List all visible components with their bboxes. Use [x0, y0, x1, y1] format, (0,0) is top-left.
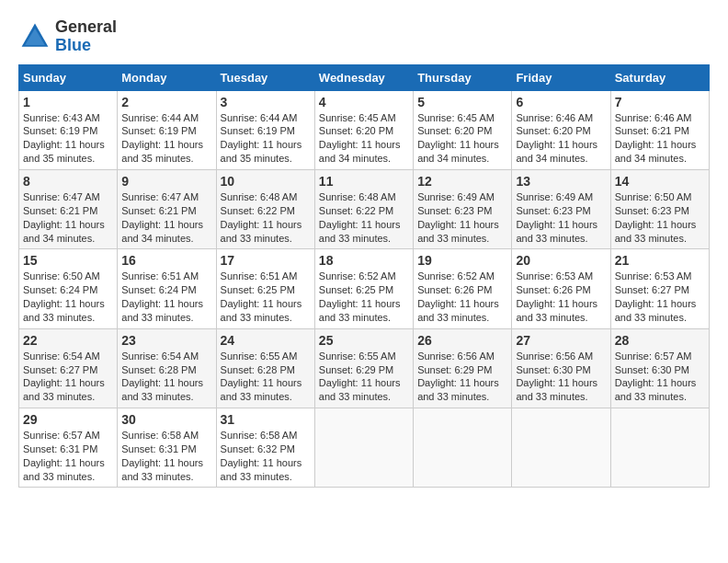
day-info: Sunrise: 6:57 AM Sunset: 6:31 PM Dayligh… — [23, 429, 113, 483]
day-info: Sunrise: 6:57 AM Sunset: 6:30 PM Dayligh… — [615, 350, 705, 404]
calendar-header-row: SundayMondayTuesdayWednesdayThursdayFrid… — [19, 64, 710, 90]
day-info: Sunrise: 6:50 AM Sunset: 6:23 PM Dayligh… — [615, 190, 705, 245]
day-header-saturday: Saturday — [610, 64, 709, 90]
day-number: 7 — [615, 95, 705, 109]
calendar-week-1: 1 Sunrise: 6:43 AM Sunset: 6:19 PM Dayli… — [19, 90, 710, 169]
day-info: Sunrise: 6:55 AM Sunset: 6:29 PM Dayligh… — [319, 350, 409, 404]
day-info: Sunrise: 6:53 AM Sunset: 6:27 PM Dayligh… — [615, 270, 705, 324]
calendar-cell: 1 Sunrise: 6:43 AM Sunset: 6:19 PM Dayli… — [19, 90, 118, 169]
calendar-cell: 15 Sunrise: 6:50 AM Sunset: 6:24 PM Dayl… — [19, 249, 118, 328]
day-info: Sunrise: 6:46 AM Sunset: 6:21 PM Dayligh… — [615, 111, 705, 166]
calendar-cell: 4 Sunrise: 6:45 AM Sunset: 6:20 PM Dayli… — [314, 90, 413, 169]
day-info: Sunrise: 6:47 AM Sunset: 6:21 PM Dayligh… — [23, 190, 113, 245]
day-info: Sunrise: 6:44 AM Sunset: 6:19 PM Dayligh… — [121, 111, 211, 166]
calendar-cell: 22 Sunrise: 6:54 AM Sunset: 6:27 PM Dayl… — [19, 328, 118, 408]
calendar-cell: 24 Sunrise: 6:55 AM Sunset: 6:28 PM Dayl… — [216, 328, 314, 408]
day-info: Sunrise: 6:56 AM Sunset: 6:30 PM Dayligh… — [516, 350, 606, 404]
logo-icon — [18, 20, 51, 53]
day-number: 3 — [221, 95, 311, 109]
day-info: Sunrise: 6:58 AM Sunset: 6:31 PM Dayligh… — [121, 429, 211, 483]
calendar-cell: 14 Sunrise: 6:50 AM Sunset: 6:23 PM Dayl… — [610, 169, 709, 248]
page-header: General Blue — [18, 18, 710, 55]
day-info: Sunrise: 6:51 AM Sunset: 6:24 PM Dayligh… — [121, 270, 211, 324]
calendar-cell: 19 Sunrise: 6:52 AM Sunset: 6:26 PM Dayl… — [414, 249, 512, 328]
day-info: Sunrise: 6:45 AM Sunset: 6:20 PM Dayligh… — [417, 111, 507, 166]
calendar-week-2: 8 Sunrise: 6:47 AM Sunset: 6:21 PM Dayli… — [19, 169, 710, 248]
calendar-cell: 12 Sunrise: 6:49 AM Sunset: 6:23 PM Dayl… — [414, 169, 512, 248]
day-number: 6 — [516, 95, 606, 109]
calendar-cell: 21 Sunrise: 6:53 AM Sunset: 6:27 PM Dayl… — [610, 249, 709, 328]
calendar-cell: 3 Sunrise: 6:44 AM Sunset: 6:19 PM Dayli… — [216, 90, 314, 169]
calendar-cell: 16 Sunrise: 6:51 AM Sunset: 6:24 PM Dayl… — [118, 249, 216, 328]
calendar-cell: 13 Sunrise: 6:49 AM Sunset: 6:23 PM Dayl… — [512, 169, 610, 248]
calendar-cell: 25 Sunrise: 6:55 AM Sunset: 6:29 PM Dayl… — [314, 328, 413, 408]
calendar-cell: 18 Sunrise: 6:52 AM Sunset: 6:25 PM Dayl… — [314, 249, 413, 328]
day-info: Sunrise: 6:58 AM Sunset: 6:32 PM Dayligh… — [221, 429, 311, 483]
day-number: 19 — [417, 253, 507, 268]
logo: General Blue — [18, 18, 117, 55]
day-info: Sunrise: 6:45 AM Sunset: 6:20 PM Dayligh… — [319, 111, 409, 166]
calendar-cell: 30 Sunrise: 6:58 AM Sunset: 6:31 PM Dayl… — [118, 408, 216, 488]
day-header-monday: Monday — [118, 64, 216, 90]
calendar-cell: 31 Sunrise: 6:58 AM Sunset: 6:32 PM Dayl… — [216, 408, 314, 488]
day-header-tuesday: Tuesday — [216, 64, 314, 90]
day-number: 1 — [23, 95, 113, 109]
day-info: Sunrise: 6:52 AM Sunset: 6:26 PM Dayligh… — [417, 270, 507, 324]
calendar-cell: 10 Sunrise: 6:48 AM Sunset: 6:22 PM Dayl… — [216, 169, 314, 248]
day-info: Sunrise: 6:49 AM Sunset: 6:23 PM Dayligh… — [417, 190, 507, 245]
day-number: 20 — [516, 253, 606, 268]
calendar-table: SundayMondayTuesdayWednesdayThursdayFrid… — [18, 64, 710, 488]
day-info: Sunrise: 6:54 AM Sunset: 6:28 PM Dayligh… — [121, 350, 211, 404]
day-info: Sunrise: 6:43 AM Sunset: 6:19 PM Dayligh… — [23, 111, 113, 166]
day-number: 31 — [221, 412, 311, 427]
day-number: 9 — [121, 174, 211, 189]
day-number: 11 — [319, 174, 409, 189]
day-info: Sunrise: 6:48 AM Sunset: 6:22 PM Dayligh… — [221, 190, 311, 245]
day-info: Sunrise: 6:56 AM Sunset: 6:29 PM Dayligh… — [417, 350, 507, 404]
calendar-cell: 17 Sunrise: 6:51 AM Sunset: 6:25 PM Dayl… — [216, 249, 314, 328]
day-header-friday: Friday — [512, 64, 610, 90]
logo-general: General — [55, 17, 117, 36]
calendar-cell: 26 Sunrise: 6:56 AM Sunset: 6:29 PM Dayl… — [414, 328, 512, 408]
day-number: 4 — [319, 95, 409, 109]
day-header-wednesday: Wednesday — [314, 64, 413, 90]
day-info: Sunrise: 6:46 AM Sunset: 6:20 PM Dayligh… — [516, 111, 606, 166]
day-number: 29 — [23, 412, 113, 427]
day-header-sunday: Sunday — [19, 64, 118, 90]
calendar-cell — [610, 408, 709, 488]
day-number: 21 — [615, 253, 705, 268]
calendar-cell: 8 Sunrise: 6:47 AM Sunset: 6:21 PM Dayli… — [19, 169, 118, 248]
day-number: 8 — [23, 174, 113, 189]
calendar-week-5: 29 Sunrise: 6:57 AM Sunset: 6:31 PM Dayl… — [19, 408, 710, 488]
day-number: 30 — [121, 412, 211, 427]
day-number: 14 — [615, 174, 705, 189]
calendar-cell: 2 Sunrise: 6:44 AM Sunset: 6:19 PM Dayli… — [118, 90, 216, 169]
day-info: Sunrise: 6:54 AM Sunset: 6:27 PM Dayligh… — [23, 350, 113, 404]
day-number: 5 — [417, 95, 507, 109]
day-number: 10 — [221, 174, 311, 189]
day-number: 13 — [516, 174, 606, 189]
day-header-thursday: Thursday — [414, 64, 512, 90]
calendar-cell: 11 Sunrise: 6:48 AM Sunset: 6:22 PM Dayl… — [314, 169, 413, 248]
day-number: 23 — [121, 333, 211, 348]
day-info: Sunrise: 6:48 AM Sunset: 6:22 PM Dayligh… — [319, 190, 409, 245]
calendar-cell: 29 Sunrise: 6:57 AM Sunset: 6:31 PM Dayl… — [19, 408, 118, 488]
day-number: 22 — [23, 333, 113, 348]
calendar-cell: 28 Sunrise: 6:57 AM Sunset: 6:30 PM Dayl… — [610, 328, 709, 408]
day-info: Sunrise: 6:47 AM Sunset: 6:21 PM Dayligh… — [121, 190, 211, 245]
day-info: Sunrise: 6:52 AM Sunset: 6:25 PM Dayligh… — [319, 270, 409, 324]
day-info: Sunrise: 6:44 AM Sunset: 6:19 PM Dayligh… — [221, 111, 311, 166]
day-number: 17 — [221, 253, 311, 268]
day-number: 25 — [319, 333, 409, 348]
calendar-cell: 7 Sunrise: 6:46 AM Sunset: 6:21 PM Dayli… — [610, 90, 709, 169]
day-number: 15 — [23, 253, 113, 268]
day-number: 12 — [417, 174, 507, 189]
calendar-cell: 27 Sunrise: 6:56 AM Sunset: 6:30 PM Dayl… — [512, 328, 610, 408]
calendar-week-4: 22 Sunrise: 6:54 AM Sunset: 6:27 PM Dayl… — [19, 328, 710, 408]
calendar-cell — [314, 408, 413, 488]
logo-text: General Blue — [55, 18, 117, 55]
calendar-cell: 6 Sunrise: 6:46 AM Sunset: 6:20 PM Dayli… — [512, 90, 610, 169]
calendar-cell: 9 Sunrise: 6:47 AM Sunset: 6:21 PM Dayli… — [118, 169, 216, 248]
day-info: Sunrise: 6:55 AM Sunset: 6:28 PM Dayligh… — [221, 350, 311, 404]
day-number: 2 — [121, 95, 211, 109]
